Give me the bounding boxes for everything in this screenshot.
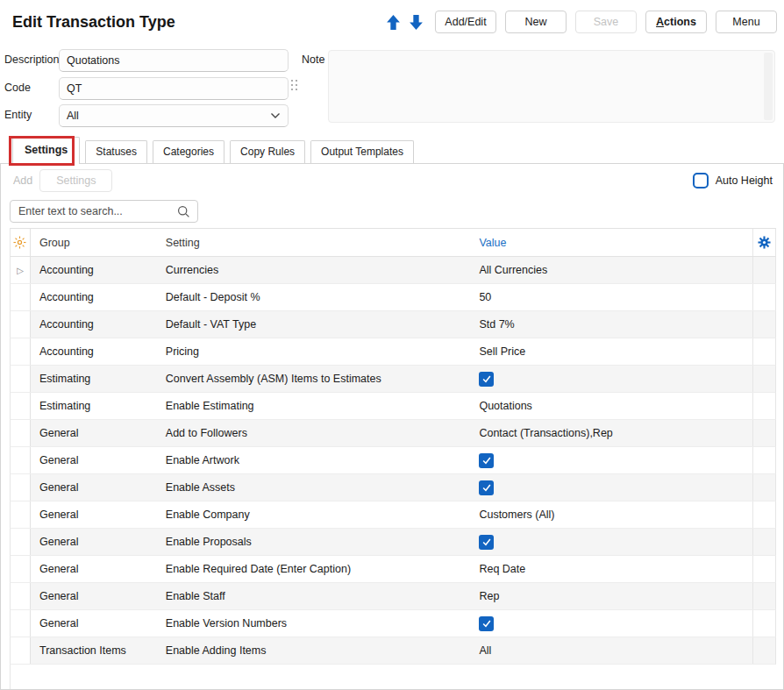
grid-settings-header-cell[interactable]: [752, 229, 775, 256]
value-text: 50: [479, 291, 491, 303]
description-label: Description: [4, 53, 60, 66]
setting-cell[interactable]: Convert Assembly (ASM) Items to Estimate…: [160, 366, 473, 392]
setting-cell[interactable]: Default - VAT Type: [160, 311, 473, 338]
table-row[interactable]: ▷AccountingCurrenciesAll Currencies: [10, 257, 776, 284]
table-row[interactable]: GeneralAdd to FollowersContact (Transact…: [10, 420, 776, 447]
tab-output-templates[interactable]: Output Templates: [310, 140, 414, 163]
table-row[interactable]: Transaction ItemsEnable Adding ItemsAll: [10, 637, 776, 665]
table-row[interactable]: GeneralEnable Version Numbers: [10, 610, 776, 637]
value-text: Customers (All): [479, 509, 554, 521]
value-cell[interactable]: Customers (All): [472, 501, 752, 528]
code-field[interactable]: [59, 77, 289, 100]
value-cell[interactable]: Quotations: [472, 393, 752, 419]
group-cell[interactable]: General: [31, 529, 160, 555]
search-box: [10, 200, 198, 223]
value-cell[interactable]: [472, 529, 752, 555]
tab-settings[interactable]: Settings: [12, 137, 80, 164]
table-row[interactable]: GeneralEnable CompanyCustomers (All): [10, 501, 776, 529]
value-cell[interactable]: 50: [472, 284, 752, 310]
chevron-down-icon: [270, 112, 281, 119]
checked-checkbox[interactable]: [479, 535, 494, 550]
save-button[interactable]: Save: [575, 11, 637, 33]
value-cell[interactable]: [472, 447, 752, 473]
table-row[interactable]: GeneralEnable Proposals: [10, 529, 776, 556]
value-cell[interactable]: [472, 474, 752, 501]
setting-cell[interactable]: Enable Company: [160, 501, 473, 528]
table-row[interactable]: EstimatingEnable EstimatingQuotations: [10, 393, 776, 420]
value-cell[interactable]: Sell Price: [472, 338, 752, 365]
setting-cell[interactable]: Enable Assets: [160, 474, 473, 501]
value-cell[interactable]: [472, 366, 752, 392]
setting-cell[interactable]: Enable Estimating: [160, 393, 473, 419]
table-row[interactable]: GeneralEnable Artwork: [10, 447, 776, 474]
table-row[interactable]: EstimatingConvert Assembly (ASM) Items t…: [10, 366, 776, 393]
setting-cell[interactable]: Enable Artwork: [160, 447, 473, 473]
table-row[interactable]: AccountingDefault - VAT TypeStd 7%: [10, 311, 776, 338]
setting-cell[interactable]: Pricing: [160, 338, 473, 365]
setting-cell[interactable]: Enable Proposals: [160, 529, 473, 555]
value-cell[interactable]: All Currencies: [472, 257, 752, 283]
expand-row-icon[interactable]: ▷: [17, 266, 24, 275]
setting-cell[interactable]: Enable Version Numbers: [160, 610, 473, 637]
search-icon[interactable]: [177, 205, 190, 222]
setting-cell[interactable]: Add to Followers: [160, 420, 473, 446]
note-field-wrap: [328, 50, 775, 123]
auto-height-checkbox[interactable]: [693, 173, 709, 189]
value-cell[interactable]: Rep: [472, 583, 752, 609]
group-cell[interactable]: General: [31, 583, 160, 609]
group-cell[interactable]: General: [31, 501, 160, 528]
checked-checkbox[interactable]: [479, 372, 494, 387]
setting-cell[interactable]: Currencies: [160, 257, 473, 283]
group-cell[interactable]: Accounting: [31, 284, 160, 310]
group-cell[interactable]: Accounting: [31, 338, 160, 365]
group-cell[interactable]: General: [31, 474, 160, 501]
group-cell[interactable]: Estimating: [31, 366, 160, 392]
menu-button[interactable]: Menu: [716, 11, 777, 33]
checked-checkbox[interactable]: [479, 480, 494, 495]
settings-button[interactable]: Settings: [39, 169, 112, 192]
group-cell[interactable]: Transaction Items: [31, 637, 160, 664]
search-row: [1, 200, 783, 223]
table-row[interactable]: AccountingDefault - Deposit %50: [10, 284, 776, 311]
tab-copy-rules[interactable]: Copy Rules: [230, 140, 305, 163]
group-cell[interactable]: General: [31, 610, 160, 637]
setting-cell[interactable]: Enable Adding Items: [160, 637, 473, 664]
column-header-group[interactable]: Group: [31, 229, 160, 256]
group-cell[interactable]: Estimating: [31, 393, 160, 419]
drag-handle-icon[interactable]: [290, 79, 298, 95]
column-header-setting[interactable]: Setting: [160, 229, 473, 256]
column-header-value[interactable]: Value: [472, 229, 752, 256]
table-row[interactable]: GeneralEnable StaffRep: [10, 583, 776, 610]
grid-customize-header-cell[interactable]: [11, 229, 31, 256]
group-cell[interactable]: Accounting: [31, 311, 160, 338]
group-cell[interactable]: General: [31, 447, 160, 473]
navigate-up-button[interactable]: [382, 11, 403, 32]
value-cell[interactable]: Contact (Transactions),Rep: [472, 420, 752, 446]
add-edit-button[interactable]: Add/Edit: [435, 11, 496, 33]
group-cell[interactable]: General: [31, 420, 160, 446]
group-cell[interactable]: General: [31, 556, 160, 582]
note-field[interactable]: [329, 51, 774, 122]
value-cell[interactable]: [472, 610, 752, 637]
table-row[interactable]: GeneralEnable Required Date (Enter Capti…: [10, 556, 776, 583]
navigate-down-button[interactable]: [405, 11, 426, 32]
table-row[interactable]: GeneralEnable Assets: [10, 474, 776, 501]
group-cell[interactable]: Accounting: [31, 257, 160, 283]
setting-cell[interactable]: Enable Required Date (Enter Caption): [160, 556, 473, 582]
actions-button[interactable]: Actions: [645, 11, 707, 33]
description-field[interactable]: [59, 49, 289, 72]
value-cell[interactable]: All: [472, 637, 752, 664]
entity-dropdown[interactable]: All: [59, 104, 289, 127]
value-cell[interactable]: Std 7%: [472, 311, 752, 338]
value-cell[interactable]: Req Date: [472, 556, 752, 582]
search-input[interactable]: [11, 201, 175, 222]
note-scrollbar[interactable]: [764, 53, 773, 120]
tab-statuses[interactable]: Statuses: [85, 140, 147, 163]
table-row[interactable]: AccountingPricingSell Price: [10, 338, 776, 366]
checked-checkbox[interactable]: [479, 616, 494, 631]
tab-categories[interactable]: Categories: [153, 140, 225, 163]
new-button[interactable]: New: [505, 11, 567, 33]
checked-checkbox[interactable]: [479, 453, 494, 468]
setting-cell[interactable]: Enable Staff: [160, 583, 473, 609]
setting-cell[interactable]: Default - Deposit %: [160, 284, 473, 310]
